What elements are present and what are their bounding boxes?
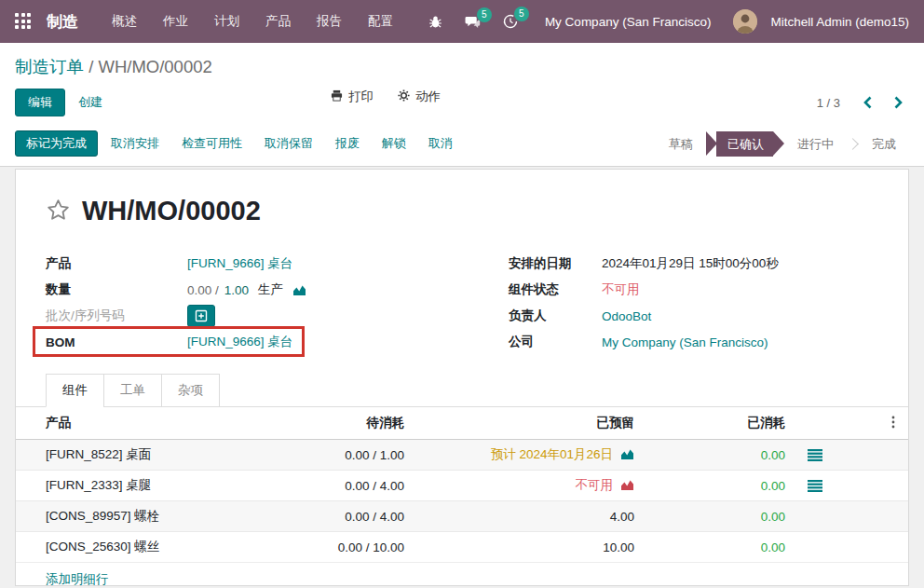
nav-item-overview[interactable]: 概述: [99, 0, 150, 43]
field-product: 产品 [FURN_9666] 桌台: [46, 251, 443, 277]
tab-work-orders[interactable]: 工单: [103, 374, 161, 407]
table-row[interactable]: [FURN_8522] 桌面 0.00 / 1.00 预计 2024年01月26…: [16, 440, 908, 471]
field-responsible: 负责人 OdooBot: [509, 303, 878, 329]
table-row[interactable]: [CONS_25630] 螺丝 0.00 / 10.00 10.00 0.00: [16, 532, 908, 563]
move-details-list-icon[interactable]: [808, 480, 822, 492]
apps-grid-icon[interactable]: [15, 13, 32, 30]
header-product: 产品: [16, 407, 300, 440]
scrap-button[interactable]: 报废: [326, 130, 369, 157]
add-lot-button[interactable]: [187, 305, 215, 327]
table-row[interactable]: [CONS_89957] 螺栓 0.00 / 4.00 4.00 0.00: [16, 501, 908, 532]
field-company: 公司 My Company (San Francisco): [509, 329, 878, 355]
pager-previous-icon[interactable]: [857, 94, 878, 111]
field-product-label: 产品: [46, 255, 187, 272]
state-draft[interactable]: 草稿: [656, 131, 706, 157]
field-bom: BOM [FURN_9666] 桌台: [46, 329, 443, 355]
chevron-separator-icon: [847, 138, 859, 150]
company-switcher[interactable]: My Company (San Francisco): [532, 15, 728, 29]
create-button[interactable]: 创建: [65, 89, 116, 116]
field-quantity: 数量 0.00 / 1.00 生产: [46, 277, 443, 303]
top-navbar: 制造 概述 作业 计划 产品 报告 配置 5 5 My Compa: [0, 0, 924, 43]
add-line-button[interactable]: 添加明细行: [16, 562, 908, 586]
nav-item-planning[interactable]: 计划: [201, 0, 252, 43]
field-scheduled-date-label: 安排的日期: [509, 255, 602, 272]
messages-icon[interactable]: 5: [456, 9, 489, 34]
table-header-row: 产品 待消耗 已预留 已消耗: [16, 407, 908, 440]
user-avatar[interactable]: [733, 9, 757, 34]
field-component-status-label: 组件状态: [509, 281, 602, 298]
debug-bug-icon[interactable]: [420, 9, 451, 34]
forecast-chart-icon[interactable]: [620, 479, 634, 491]
nav-item-operations[interactable]: 作业: [150, 0, 201, 43]
optional-columns-icon[interactable]: [834, 407, 908, 440]
check-availability-button[interactable]: 检查可用性: [172, 130, 251, 157]
unlock-button[interactable]: 解锁: [373, 130, 415, 157]
move-details-list-icon[interactable]: [808, 449, 822, 461]
state-in-progress[interactable]: 进行中: [784, 131, 847, 157]
cancel-button[interactable]: 取消: [419, 130, 462, 157]
field-quantity-label: 数量: [46, 281, 187, 298]
activities-badge: 5: [514, 7, 529, 21]
field-responsible-value[interactable]: OdooBot: [602, 309, 651, 323]
field-lot-serial-label: 批次/序列号码: [46, 308, 187, 324]
state-confirmed[interactable]: 已确认: [706, 131, 784, 157]
field-scheduled-date-value: 2024年01月29日 15时00分00秒: [602, 255, 779, 272]
header-icon-spacer: [793, 407, 834, 440]
gear-icon: [398, 89, 410, 104]
field-product-value[interactable]: [FURN_9666] 桌台: [187, 255, 292, 272]
area-chart-icon[interactable]: [292, 284, 306, 296]
nav-item-reporting[interactable]: 报告: [304, 0, 355, 43]
breadcrumb-parent[interactable]: 制造订单: [15, 57, 84, 76]
activities-clock-icon[interactable]: 5: [495, 8, 526, 34]
components-table: 产品 待消耗 已预留 已消耗 [FURN_8522] 桌面 0.00 / 1.0…: [16, 407, 908, 562]
forecast-chart-icon[interactable]: [620, 448, 634, 460]
nav-item-configuration[interactable]: 配置: [355, 0, 406, 43]
tab-miscellaneous[interactable]: 杂项: [161, 374, 220, 407]
unreserve-button[interactable]: 取消保留: [255, 130, 322, 157]
field-responsible-label: 负责人: [509, 308, 602, 324]
unplan-button[interactable]: 取消安排: [102, 130, 169, 157]
control-panel: 制造订单 / WH/MO/00002 编辑 创建 打印: [0, 43, 924, 129]
field-component-status-value: 不可用: [602, 281, 640, 298]
quantity-to-produce: 1.00: [224, 283, 249, 297]
print-menu[interactable]: 打印: [331, 89, 374, 105]
fields-left-column: 产品 [FURN_9666] 桌台 数量 0.00 / 1.00 生产 批次/序…: [46, 251, 443, 355]
print-menu-label: 打印: [348, 89, 374, 105]
notebook-tabs: 组件 工单 杂项: [16, 374, 908, 407]
pager-count: 1 / 3: [817, 96, 840, 110]
breadcrumb-separator: /: [88, 57, 93, 76]
record-title: WH/MO/00002: [82, 196, 261, 226]
form-statusbar: 标记为完成 取消安排 检查可用性 取消保留 报废 解锁 取消 草稿 已确认 进行…: [0, 129, 924, 167]
form-view-content: WH/MO/00002 产品 [FURN_9666] 桌台 数量 0.00 / …: [0, 167, 924, 588]
header-consumed: 已消耗: [642, 407, 793, 440]
favorite-star-icon[interactable]: [46, 198, 71, 226]
messages-badge: 5: [477, 7, 492, 22]
field-bom-label: BOM: [46, 335, 187, 349]
user-menu[interactable]: Mitchell Admin (demo15): [770, 15, 909, 29]
state-arrow-icon: [773, 131, 784, 156]
quantity-produced: 0.00 /: [187, 283, 219, 297]
action-menu[interactable]: 动作: [398, 89, 441, 105]
action-menu-label: 动作: [415, 89, 441, 105]
state-done[interactable]: 完成: [859, 131, 909, 157]
breadcrumb: 制造订单 / WH/MO/00002: [0, 43, 924, 80]
mark-as-done-button[interactable]: 标记为完成: [15, 130, 98, 157]
field-bom-value[interactable]: [FURN_9666] 桌台: [187, 334, 292, 350]
table-row[interactable]: [FURN_2333] 桌腿 0.00 / 4.00 不可用 0.00: [16, 471, 908, 501]
form-sheet: WH/MO/00002 产品 [FURN_9666] 桌台 数量 0.00 / …: [15, 169, 909, 586]
nav-item-products[interactable]: 产品: [252, 0, 304, 43]
header-to-consume: 待消耗: [300, 407, 412, 440]
pager-next-icon[interactable]: [888, 94, 909, 111]
field-company-label: 公司: [509, 334, 602, 350]
produce-button[interactable]: 生产: [258, 281, 283, 298]
tab-components[interactable]: 组件: [46, 374, 103, 407]
header-reserved: 已预留: [412, 407, 642, 440]
status-pipeline: 草稿 已确认 进行中 完成: [656, 131, 909, 157]
printer-icon: [331, 89, 343, 104]
edit-button[interactable]: 编辑: [15, 89, 65, 116]
field-component-status: 组件状态 不可用: [509, 277, 878, 303]
field-lot-serial: 批次/序列号码: [46, 303, 443, 329]
field-scheduled-date: 安排的日期 2024年01月29日 15时00分00秒: [509, 251, 878, 277]
field-company-value[interactable]: My Company (San Francisco): [602, 335, 768, 349]
app-name[interactable]: 制造: [47, 11, 78, 33]
